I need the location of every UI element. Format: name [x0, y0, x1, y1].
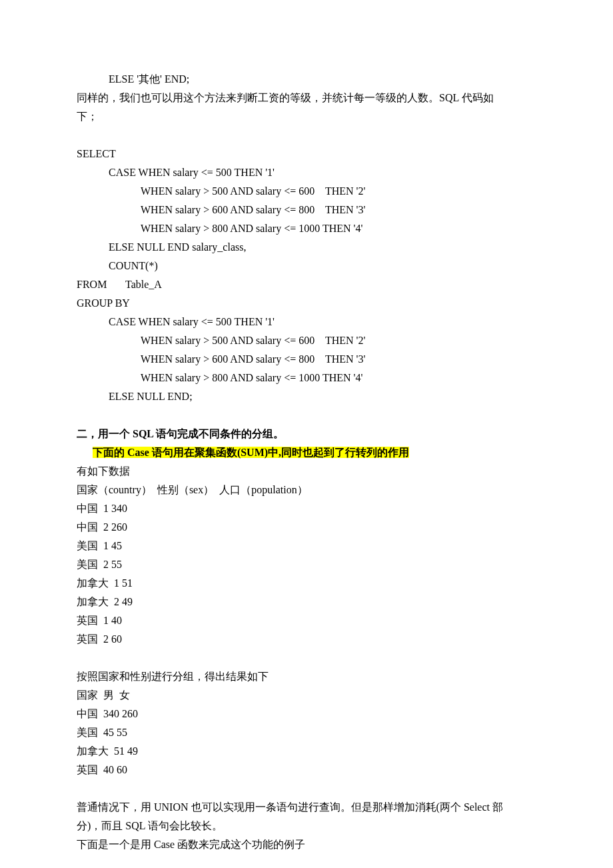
code-line: WHEN salary > 600 AND salary <= 800 THEN… [77, 350, 536, 369]
code-line: ELSE '其他' END; [77, 70, 536, 89]
text-line: 下； [77, 107, 536, 126]
text-line: 有如下数据 [77, 462, 536, 481]
code-line: COUNT(*) [77, 257, 536, 275]
code-line: FROM Table_A [77, 275, 536, 294]
code-line: CASE WHEN salary <= 500 THEN '1' [77, 313, 536, 331]
code-line: ELSE NULL END salary_class, [77, 238, 536, 257]
code-line: SELECT [77, 145, 536, 163]
document-page: ELSE '其他' END; 同样的，我们也可以用这个方法来判断工资的等级，并统… [0, 0, 613, 868]
table-row: 美国 2 55 [77, 555, 536, 574]
text-line: 分)，而且 SQL 语句会比较长。 [77, 817, 536, 835]
table-row: 中国 340 260 [77, 705, 536, 723]
table-header-line: 国家（country） 性别（sex） 人口（population） [77, 481, 536, 499]
table-row: 加拿大 51 49 [77, 742, 536, 761]
code-line: WHEN salary > 800 AND salary <= 1000 THE… [77, 369, 536, 387]
table-row: 美国 1 45 [77, 537, 536, 555]
table-header-line: 国家 男 女 [77, 686, 536, 705]
blank-line [77, 649, 536, 667]
text-line: 同样的，我们也可以用这个方法来判断工资的等级，并统计每一等级的人数。SQL 代码… [77, 89, 536, 107]
table-row: 中国 2 260 [77, 518, 536, 537]
table-row: 中国 1 340 [77, 499, 536, 518]
code-line: CASE WHEN salary <= 500 THEN '1' [77, 163, 536, 182]
code-line: WHEN salary > 500 AND salary <= 600 THEN… [77, 182, 536, 201]
text-line: 普通情况下，用 UNION 也可以实现用一条语句进行查询。但是那样增加消耗(两个… [77, 798, 536, 817]
highlighted-line: 下面的 Case 语句用在聚集函数(SUM)中,同时也起到了行转列的作用 [77, 443, 536, 462]
table-row: 英国 2 60 [77, 630, 536, 649]
code-line: ELSE NULL END; [77, 387, 536, 406]
text-line: 下面是一个是用 Case 函数来完成这个功能的例子 [77, 835, 536, 854]
blank-line [77, 854, 536, 868]
table-row: 英国 40 60 [77, 761, 536, 779]
highlighted-text: 下面的 Case 语句用在聚集函数(SUM)中,同时也起到了行转列的作用 [93, 447, 409, 458]
code-line: WHEN salary > 800 AND salary <= 1000 THE… [77, 219, 536, 238]
blank-line [77, 126, 536, 145]
text-line: 按照国家和性别进行分组，得出结果如下 [77, 667, 536, 686]
table-row: 美国 45 55 [77, 723, 536, 742]
table-row: 英国 1 40 [77, 611, 536, 630]
section-heading: 二，用一个 SQL 语句完成不同条件的分组。 [77, 425, 536, 443]
code-line: WHEN salary > 500 AND salary <= 600 THEN… [77, 331, 536, 350]
code-line: WHEN salary > 600 AND salary <= 800 THEN… [77, 201, 536, 219]
blank-line [77, 779, 536, 798]
blank-line [77, 406, 536, 425]
table-row: 加拿大 2 49 [77, 593, 536, 611]
code-line: GROUP BY [77, 294, 536, 313]
table-row: 加拿大 1 51 [77, 574, 536, 593]
